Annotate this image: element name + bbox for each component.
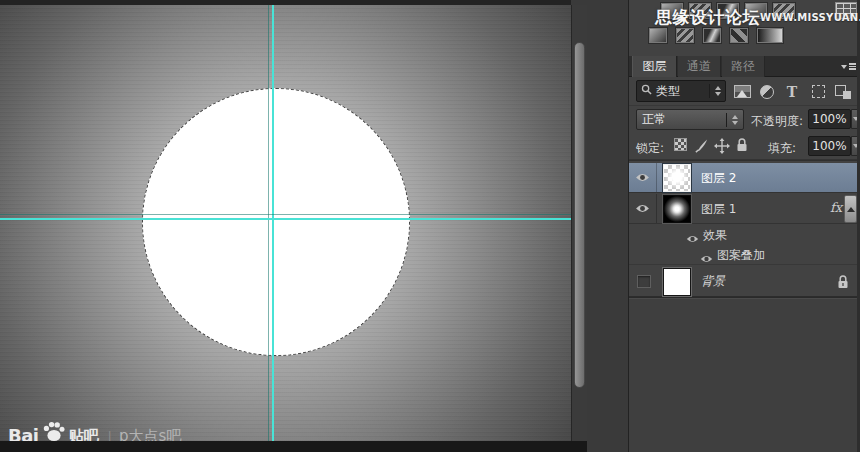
- opacity-label: 不透明度:: [751, 113, 803, 130]
- pattern-overlay-row[interactable]: 图案叠加: [629, 245, 857, 265]
- fill-value: 100%: [812, 139, 846, 153]
- filter-kind-label: 类型: [656, 83, 680, 100]
- visibility-toggle-off[interactable]: [637, 275, 651, 288]
- filter-type-layers-icon[interactable]: T: [784, 83, 800, 100]
- blend-mode-row: 正常 不透明度: 100%: [629, 106, 857, 133]
- gradient-preset-2[interactable]: [676, 28, 694, 43]
- gradient-preset-4[interactable]: [730, 28, 748, 43]
- vertical-guide-ghost: [268, 5, 269, 441]
- layer-filter-row: 类型 T: [629, 77, 857, 106]
- background-thumbnail[interactable]: [663, 268, 691, 296]
- panel-menu-icon[interactable]: [841, 61, 856, 72]
- vertical-guide[interactable]: [272, 5, 274, 441]
- missyuan-watermark-title: 思缘设计论坛: [655, 6, 760, 29]
- filter-pixel-layers-icon[interactable]: [732, 83, 752, 100]
- filter-adjustment-layers-icon[interactable]: [758, 83, 776, 100]
- filter-smart-objects-icon[interactable]: [833, 83, 853, 100]
- background-name[interactable]: 背景: [701, 273, 725, 290]
- tab-layers-label: 图层: [643, 58, 667, 75]
- layer-row-background[interactable]: 背景: [629, 266, 857, 297]
- filter-kind-dropdown[interactable]: 类型: [636, 80, 726, 102]
- panel-tab-bar: 图层 通道 路径: [629, 56, 857, 77]
- eye-icon: [686, 234, 699, 244]
- filter-shape-layers-icon[interactable]: [808, 83, 828, 100]
- tab-layers[interactable]: 图层: [632, 56, 677, 77]
- gradient-preset-1[interactable]: [649, 28, 667, 43]
- selection-circle[interactable]: [142, 88, 410, 356]
- visibility-toggle[interactable]: [629, 163, 657, 192]
- gradient-preset-5[interactable]: [757, 28, 783, 43]
- lock-pixels-brush-icon[interactable]: [693, 138, 709, 153]
- layer-effects-fx-badge: fx: [830, 200, 842, 215]
- missyuan-watermark-url: WWW.MISSYUAN.COM: [760, 12, 860, 23]
- opacity-value-field[interactable]: 100%: [808, 109, 851, 129]
- pattern-overlay-label: 图案叠加: [717, 246, 765, 263]
- layer1-name[interactable]: 图层 1: [701, 200, 736, 217]
- background-lock-icon: [837, 274, 849, 293]
- app-background-gap: [587, 0, 628, 441]
- tab-paths-label: 路径: [731, 58, 755, 75]
- fill-value-field[interactable]: 100%: [808, 136, 851, 156]
- lock-all-icon[interactable]: [735, 138, 748, 152]
- blend-mode-value: 正常: [642, 111, 666, 128]
- layers-panel: 思缘设计论坛 WWW.MISSYUAN.COM 图层 通道 路径 类型: [628, 0, 860, 452]
- effects-label: 效果: [703, 227, 727, 244]
- scrollbar-thumb[interactable]: [574, 42, 585, 388]
- app-background-bottom: [0, 441, 587, 452]
- search-icon: [641, 84, 652, 98]
- horizontal-guide-ghost: [0, 214, 571, 215]
- lock-label: 锁定:: [636, 140, 664, 157]
- opacity-value: 100%: [812, 112, 846, 126]
- horizontal-guide[interactable]: [0, 218, 571, 220]
- lock-position-move-icon[interactable]: [713, 138, 730, 154]
- photoshop-screenshot: { "watermark_top": { "title": "思缘设计论坛", …: [0, 0, 860, 452]
- eye-icon: [635, 172, 650, 183]
- lock-transparency-icon[interactable]: [673, 138, 688, 151]
- document-canvas[interactable]: [0, 5, 571, 441]
- layer1-thumbnail[interactable]: [663, 195, 691, 223]
- layer-row-layer1[interactable]: 图层 1 fx: [629, 194, 857, 224]
- canvas-area: Bai 贴吧 | p大点s吧: [0, 0, 571, 441]
- dropdown-updown-icon: [709, 84, 721, 98]
- lock-row: 锁定: 填充: 100%: [629, 133, 857, 160]
- panel-empty-area: [629, 297, 857, 452]
- eye-icon: [635, 203, 650, 214]
- gradient-preset-3[interactable]: [703, 28, 721, 43]
- dropdown-updown-icon: [726, 113, 738, 127]
- tab-paths[interactable]: 路径: [722, 56, 765, 77]
- layers-list: 图层 2 图层 1 fx 效果: [629, 160, 857, 297]
- effects-row[interactable]: 效果: [629, 225, 857, 245]
- layer2-name[interactable]: 图层 2: [701, 169, 736, 186]
- canvas-vertical-scrollbar[interactable]: [571, 5, 587, 441]
- visibility-toggle[interactable]: [629, 194, 657, 223]
- layer-row-layer2[interactable]: 图层 2: [629, 163, 857, 193]
- fill-label: 填充:: [768, 140, 796, 157]
- layer2-thumbnail[interactable]: [663, 164, 691, 192]
- tab-channels[interactable]: 通道: [678, 56, 721, 77]
- tab-channels-label: 通道: [687, 58, 711, 75]
- eye-icon: [700, 254, 713, 264]
- blend-mode-dropdown[interactable]: 正常: [636, 109, 744, 130]
- effects-collapse-button[interactable]: [844, 195, 857, 223]
